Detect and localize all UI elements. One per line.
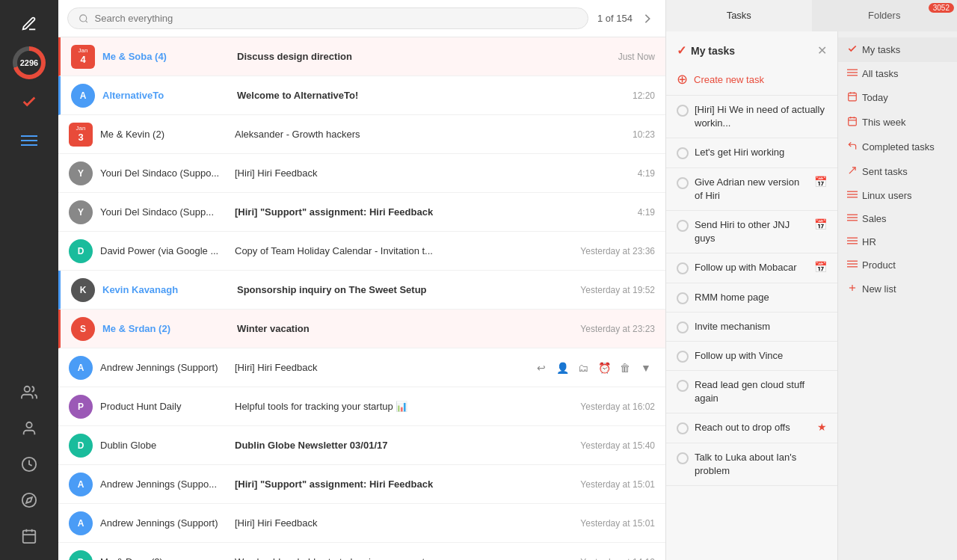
email-time: Yesterday at 15:01 [558, 518, 655, 529]
folder-item-new-list[interactable]: New list [838, 277, 957, 301]
email-row[interactable]: P Product Hunt Daily Helpful tools for t… [58, 387, 665, 426]
task-item[interactable]: Read lead gen cloud stuff again [666, 371, 837, 413]
email-row[interactable]: D David Power (via Google ... Copy of Te… [58, 232, 665, 271]
email-row[interactable]: Jan 3 Me & Kevin (2) Aleksander - Growth… [58, 115, 665, 154]
email-row[interactable]: A Andrew Jennings (Suppo... [Hiri] "Supp… [58, 465, 665, 504]
task-checkbox[interactable] [677, 380, 689, 392]
progress-badge[interactable]: 2296 [13, 46, 46, 79]
task-item[interactable]: Talk to Luka about Ian's problem [666, 443, 837, 486]
task-text: Read lead gen cloud stuff again [695, 378, 827, 405]
task-item[interactable]: Invite mechanism [666, 313, 837, 342]
email-row[interactable]: Y Youri Del Sindaco (Suppo... [Hiri] Hir… [58, 154, 665, 193]
task-item[interactable]: Let's get Hiri working [666, 138, 837, 167]
tab-folders[interactable]: Folders 3052 [812, 0, 958, 31]
avatar: Jan 4 [71, 45, 95, 69]
email-row[interactable]: A AlternativeTo Welcome to AlternativeTo… [58, 76, 665, 115]
email-row[interactable]: Y Youri Del Sindaco (Supp... [Hiri] "Sup… [58, 193, 665, 232]
folder-icon [847, 236, 858, 247]
create-task-button[interactable]: ⊕ Create new task [666, 64, 837, 96]
tab-tasks[interactable]: Tasks [666, 0, 812, 31]
folder-icon [847, 213, 858, 224]
folder-item-sales[interactable]: Sales [838, 207, 957, 230]
alarm-icon[interactable]: ⏰ [595, 359, 613, 377]
email-row[interactable]: A Andrew Jennings (Support) [Hiri] Hiri … [58, 504, 665, 543]
email-time: Yesterday at 23:36 [558, 246, 655, 256]
task-checkbox[interactable] [677, 452, 689, 464]
task-checkbox[interactable] [677, 321, 689, 333]
task-text: Reach out to drop offs [695, 421, 811, 434]
email-subject: Copy of Team Holiday Calendar - Invitati… [235, 245, 550, 256]
delete-icon[interactable]: 🗑 [616, 359, 634, 377]
search-input[interactable] [95, 13, 577, 24]
avatar: A [69, 356, 93, 380]
folder-item-linux-users[interactable]: Linux users [838, 184, 957, 207]
task-checkbox[interactable] [677, 351, 689, 363]
clock-icon[interactable] [13, 448, 46, 481]
task-checkbox[interactable] [677, 262, 689, 274]
search-box[interactable] [67, 7, 588, 29]
task-item[interactable]: RMM home page [666, 283, 837, 313]
email-row[interactable]: Jan 4 Me & Soba (4) Discuss design direc… [58, 37, 665, 76]
email-subject: [Hiri] Hiri Feedback [235, 167, 550, 179]
task-item[interactable]: Follow up with Mobacar 📅 [666, 253, 837, 283]
folder-item-my-tasks[interactable]: My tasks [838, 37, 957, 62]
email-time: 12:20 [558, 90, 655, 101]
contact-icon[interactable] [13, 412, 46, 445]
avatar: A [69, 511, 93, 535]
people-icon[interactable] [13, 376, 46, 409]
task-calendar-icon: 📅 [814, 261, 827, 273]
folder-item-completed-tasks[interactable]: Completed tasks [838, 135, 957, 159]
checkmark-icon[interactable] [13, 85, 46, 118]
folder-item-product[interactable]: Product [838, 253, 957, 277]
task-checkbox[interactable] [677, 105, 689, 117]
email-row[interactable]: S Me & Srdan (2) Winter vacation Yesterd… [58, 310, 665, 348]
task-text: Invite mechanism [695, 320, 827, 333]
right-panel: Tasks Folders 3052 ✓ My tasks ✕ ⊕ Create… [665, 0, 957, 560]
email-row[interactable]: K Kevin Kavanagh Sponsorship inquiry on … [58, 271, 665, 310]
reply-icon[interactable]: ↩ [532, 359, 550, 377]
folder-item-today[interactable]: Today [838, 85, 957, 110]
close-button[interactable]: ✕ [817, 43, 827, 58]
menu-lines-icon[interactable] [13, 124, 46, 157]
email-sender: Youri Del Sindaco (Supp... [100, 206, 227, 218]
more-icon[interactable]: ▼ [637, 359, 655, 377]
task-item[interactable]: Give Adrian new version of Hiri 📅 [666, 168, 837, 211]
email-sender: Youri Del Sindaco (Suppo... [100, 167, 227, 179]
task-checkbox[interactable] [677, 292, 689, 304]
email-subject: Winter vacation [237, 323, 550, 334]
archive-icon[interactable]: 🗂 [574, 359, 592, 377]
task-item[interactable]: Send Hiri to other JNJ guys 📅 [666, 211, 837, 253]
email-row[interactable]: D Me & Dave (2) We should probably start… [58, 543, 665, 560]
my-tasks-check-icon: ✓ [677, 43, 686, 58]
task-item[interactable]: Reach out to drop offs ★ [666, 413, 837, 443]
folder-item-sent-tasks[interactable]: Sent tasks [838, 159, 957, 184]
folder-label: This week [862, 117, 906, 128]
badge-count: 2296 [17, 51, 41, 75]
folder-item-this-week[interactable]: This week [838, 110, 957, 135]
folder-label: New list [862, 283, 896, 295]
email-subject: [Hiri] "Support" assignment: Hiri Feedba… [235, 479, 550, 490]
task-checkbox[interactable] [677, 220, 689, 232]
task-text: Let's get Hiri working [695, 146, 827, 159]
email-row[interactable]: A Andrew Jennings (Support) [Hiri] Hiri … [58, 348, 665, 387]
task-checkbox[interactable] [677, 177, 689, 189]
email-time: Yesterday at 15:40 [558, 440, 655, 451]
next-page-button[interactable] [638, 10, 656, 28]
calendar-icon[interactable] [13, 520, 46, 553]
avatar: A [71, 84, 95, 108]
folder-item-hr[interactable]: HR [838, 230, 957, 253]
task-item[interactable]: Follow up with Vince [666, 342, 837, 371]
folder-label: Product [862, 259, 896, 271]
folder-item-all-tasks[interactable]: All tasks [838, 62, 957, 85]
email-row[interactable]: D Dublin Globe Dublin Globe Newsletter 0… [58, 426, 665, 465]
person-icon[interactable]: 👤 [553, 359, 571, 377]
task-checkbox[interactable] [677, 422, 689, 434]
avatar: D [69, 434, 93, 458]
tasks-list: [Hiri] Hi We in need of actually workin.… [666, 96, 837, 486]
task-checkbox[interactable] [677, 147, 689, 159]
email-subject: Aleksander - Growth hackers [235, 129, 550, 140]
compass-icon[interactable] [13, 484, 46, 517]
compose-icon[interactable] [13, 7, 46, 40]
email-time: 4:19 [558, 207, 655, 218]
task-item[interactable]: [Hiri] Hi We in need of actually workin.… [666, 96, 837, 138]
